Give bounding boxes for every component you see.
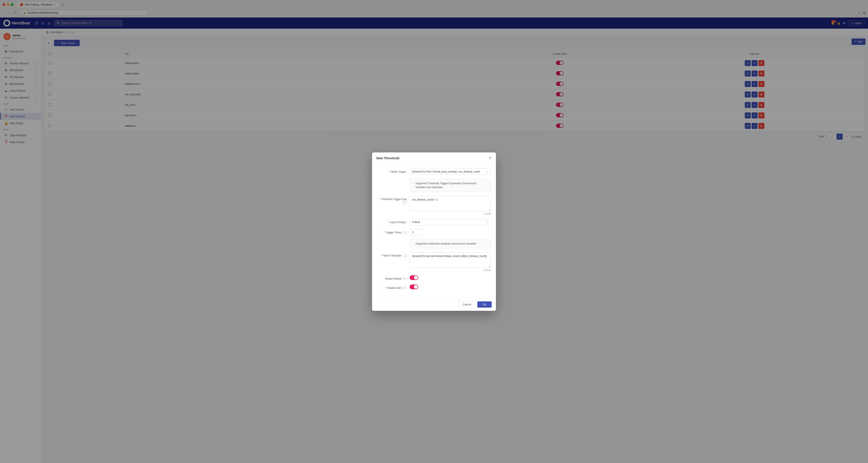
- global-default-toggle[interactable]: [410, 275, 418, 280]
- global-default-control: [410, 275, 491, 281]
- enable-alert-help-icon[interactable]: ?: [403, 286, 406, 289]
- alarm-priority-row: * Alarm Priority : Critical: [377, 219, 491, 225]
- threshold-trigger-textarea[interactable]: [410, 196, 491, 211]
- alarm-priority-select-wrapper: Critical: [410, 219, 491, 225]
- supported-expr-row: › Supported Threshold Trigger Expression…: [410, 179, 491, 192]
- global-default-track[interactable]: [410, 275, 418, 280]
- notice-template-row: * Notice Template : ? 63/200: [377, 252, 491, 271]
- cancel-button[interactable]: Cancel: [459, 301, 475, 308]
- alarm-priority-control: Critical: [410, 219, 491, 225]
- modal-close-button[interactable]: ✕: [489, 156, 492, 161]
- supported-expr-box[interactable]: › Supported Threshold Trigger Expression…: [410, 179, 491, 192]
- metric-target-select[interactable]: DynamicTp Pool / thread_pool_running / r…: [410, 169, 491, 175]
- notice-template-help-icon[interactable]: ?: [404, 254, 407, 257]
- chevron-right-icon-2: ›: [413, 242, 414, 244]
- new-threshold-modal: New Threshold ✕ * Metric Target : Dynami…: [372, 152, 496, 311]
- trigger-times-input[interactable]: [410, 229, 425, 235]
- enable-alert-label: * Enable Alert ? :: [377, 285, 407, 290]
- notice-template-textarea[interactable]: [410, 252, 491, 268]
- enable-alert-control: [410, 285, 491, 290]
- ok-button[interactable]: OK: [477, 301, 492, 308]
- supported-expr-text: Supported Threshold Trigger Expression E…: [415, 181, 488, 189]
- supported-notify-text: Supported notification template environm…: [415, 242, 476, 245]
- modal-header: New Threshold ✕: [372, 152, 496, 164]
- metric-target-select-wrapper: DynamicTp Pool / thread_pool_running / r…: [410, 169, 491, 175]
- metric-target-control: DynamicTp Pool / thread_pool_running / r…: [410, 169, 491, 175]
- alarm-priority-label: * Alarm Priority :: [377, 219, 407, 224]
- modal-footer: Cancel OK: [372, 298, 496, 311]
- trigger-times-label: * Trigger Times ? :: [377, 229, 407, 234]
- global-default-label: Global Default ? :: [377, 275, 407, 281]
- metric-target-label: * Metric Target :: [377, 169, 407, 174]
- chevron-right-icon: ›: [413, 182, 414, 184]
- threshold-trigger-label: * Threshold Trigger Expr ? :: [377, 196, 407, 205]
- trigger-times-help-icon[interactable]: ?: [403, 231, 406, 234]
- enable-alert-row: * Enable Alert ? :: [377, 285, 491, 290]
- global-default-help-icon[interactable]: ?: [403, 277, 406, 280]
- alarm-priority-select[interactable]: Critical: [410, 219, 491, 225]
- notice-template-label: * Notice Template : ?: [377, 252, 407, 258]
- notice-counter: 63/200: [410, 269, 491, 271]
- threshold-trigger-row: * Threshold Trigger Expr ? : 21/100: [377, 196, 491, 215]
- notice-template-control: 63/200: [410, 252, 491, 271]
- threshold-trigger-control: 21/100: [410, 196, 491, 215]
- trigger-times-control: [410, 229, 491, 235]
- threshold-counter: 21/100: [410, 212, 491, 215]
- modal-overlay: New Threshold ✕ * Metric Target : Dynami…: [0, 0, 868, 463]
- modal-body: * Metric Target : DynamicTp Pool / threa…: [372, 164, 496, 298]
- modal-title: New Threshold: [376, 156, 399, 160]
- enable-alert-track[interactable]: [410, 285, 418, 289]
- supported-notify-row: › Supported notification template enviro…: [410, 239, 491, 249]
- supported-notify-box[interactable]: › Supported notification template enviro…: [410, 239, 491, 249]
- enable-alert-toggle[interactable]: [410, 285, 418, 289]
- required-star: *: [389, 170, 390, 173]
- trigger-times-row: * Trigger Times ? :: [377, 229, 491, 235]
- global-default-row: Global Default ? :: [377, 275, 491, 281]
- threshold-trigger-help-icon[interactable]: ?: [403, 201, 406, 204]
- metric-target-row: * Metric Target : DynamicTp Pool / threa…: [377, 169, 491, 175]
